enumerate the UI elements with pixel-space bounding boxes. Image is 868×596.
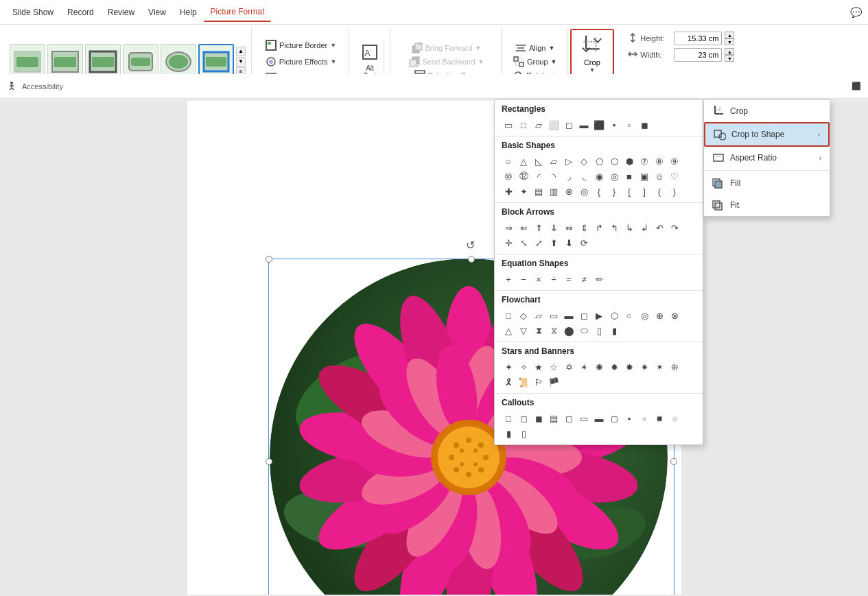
shape-callout5[interactable]: ◻	[562, 412, 576, 425]
shape-pentagon[interactable]: ⬠	[592, 154, 606, 168]
shape-star4b[interactable]: ✧	[517, 360, 530, 374]
shape-arrow-r2[interactable]: ⬆	[547, 236, 561, 250]
shape-heart[interactable]: ♡	[668, 169, 681, 183]
shape-multiply[interactable]: ×	[532, 272, 546, 286]
shape-rect-3[interactable]: ▱	[532, 118, 546, 132]
align-btn[interactable]: Align ▼	[511, 41, 559, 55]
shape-arrow-ccw[interactable]: ↷	[668, 221, 681, 235]
shape-plus[interactable]: +	[502, 272, 515, 286]
shape-callout1[interactable]: □	[502, 412, 515, 425]
shape-arrow-l[interactable]: ⇐	[517, 221, 530, 235]
shape-fc-9[interactable]: ○	[622, 309, 636, 322]
shape-fc-8[interactable]: ⬡	[607, 309, 621, 322]
shape-diamond[interactable]: ◇	[577, 154, 591, 168]
shape-ring[interactable]: ◉	[592, 169, 606, 183]
shape-banner4[interactable]: 🏴	[547, 375, 561, 389]
shape-frame[interactable]: ▣	[637, 169, 651, 183]
shape-fc-15[interactable]: ⧗	[532, 324, 546, 337]
shape-callout13[interactable]: ▮	[502, 427, 515, 440]
handle-top-middle[interactable]	[468, 256, 475, 263]
shape-rect-9[interactable]: ▫	[622, 118, 636, 132]
aspect-ratio-option[interactable]: Aspect Ratio ›	[704, 147, 830, 169]
shape-bar[interactable]: ▤	[532, 184, 546, 198]
shape-fc-12[interactable]: ⊗	[668, 309, 681, 322]
shape-triangle2[interactable]: ▷	[562, 154, 576, 168]
shape-arrow-ur[interactable]: ↱	[592, 221, 606, 235]
shape-fc-6[interactable]: ◻	[577, 309, 591, 322]
shape-star4a[interactable]: ✦	[502, 360, 515, 374]
expand-icon[interactable]: ⬛	[852, 82, 861, 91]
menu-picture-format[interactable]: Picture Format	[204, 3, 272, 22]
shape-arrow-diag2[interactable]: ⤢	[532, 236, 546, 250]
shape-rect-4[interactable]: ⬜	[547, 118, 561, 132]
shape-arrow-ud[interactable]: ⇕	[577, 221, 591, 235]
shape-rect-1[interactable]: ▭	[502, 118, 515, 132]
shape-fc-20[interactable]: ▮	[607, 324, 621, 337]
shape-star16[interactable]: ✸	[622, 360, 636, 374]
handle-middle-right[interactable]	[670, 458, 677, 465]
shape-callout12[interactable]: ◽	[668, 412, 681, 425]
height-down[interactable]: ▼	[725, 38, 734, 45]
shape-arrow-u[interactable]: ⇑	[532, 221, 546, 235]
height-input[interactable]	[674, 32, 722, 45]
height-up[interactable]: ▲	[725, 32, 734, 38]
shape-fc-18[interactable]: ⬭	[577, 324, 591, 337]
scroll-down[interactable]: ▼	[236, 57, 246, 67]
shape-star8[interactable]: ✴	[577, 360, 591, 374]
shape-star24[interactable]: ✷	[637, 360, 651, 374]
shape-fc-1[interactable]: □	[502, 309, 515, 322]
shape-no[interactable]: ⊗	[562, 184, 576, 198]
shape-bar2[interactable]: ▥	[547, 184, 561, 198]
shape-equals[interactable]: =	[562, 272, 576, 286]
shape-fc-4[interactable]: ▭	[547, 309, 561, 322]
shape-callout9[interactable]: ▪	[622, 412, 636, 425]
shape-num8[interactable]: ⑧	[653, 154, 666, 168]
send-backward-btn[interactable]: Send Backward ▼	[405, 55, 489, 69]
shape-parallelogram[interactable]: ▱	[547, 154, 561, 168]
width-up[interactable]: ▲	[725, 48, 734, 55]
shape-num9[interactable]: ⑨	[668, 154, 681, 168]
shape-arrow-ul[interactable]: ↰	[607, 221, 621, 235]
shape-callout10[interactable]: ▫	[637, 412, 651, 425]
shape-callout6[interactable]: ▭	[577, 412, 591, 425]
width-input[interactable]	[674, 48, 722, 62]
shape-num7[interactable]: ⑦	[637, 154, 651, 168]
shape-callout4[interactable]: ▤	[547, 412, 561, 425]
shape-rect-6[interactable]: ▬	[577, 118, 591, 132]
handle-middle-left[interactable]	[266, 458, 272, 465]
shape-rect-8[interactable]: ▪	[607, 118, 621, 132]
crop-to-shape-option[interactable]: Crop to Shape ›	[704, 122, 830, 147]
shape-fc-11[interactable]: ⊕	[653, 309, 666, 322]
shape-arrow-4[interactable]: ✛	[502, 236, 515, 250]
menu-review[interactable]: Review	[101, 3, 141, 21]
shape-arrow-r[interactable]: ⇒	[502, 221, 515, 235]
shape-target[interactable]: ◎	[577, 184, 591, 198]
shape-minus[interactable]: −	[517, 272, 530, 286]
shape-arc4[interactable]: ◟	[577, 169, 591, 183]
shape-rect-7[interactable]: ⬛	[592, 118, 606, 132]
menu-help[interactable]: Help	[173, 3, 204, 21]
shape-callout2[interactable]: ◻	[517, 412, 530, 425]
fit-option[interactable]: Fit	[704, 194, 830, 216]
comment-button[interactable]: 💬	[843, 0, 868, 25]
shape-arrow-bend[interactable]: ⟳	[577, 236, 591, 250]
shape-fc-19[interactable]: ▯	[592, 324, 606, 337]
shape-bracket2[interactable]: ]	[637, 184, 651, 198]
shape-cross[interactable]: ✚	[502, 184, 515, 198]
crop-option[interactable]: Crop	[704, 100, 830, 122]
shape-burst[interactable]: ❊	[668, 360, 681, 374]
shape-callout8[interactable]: ◻	[607, 412, 621, 425]
shape-arrow-br[interactable]: ↳	[622, 221, 636, 235]
shape-banner3[interactable]: 🏳	[532, 375, 546, 389]
shape-brace[interactable]: {	[592, 184, 606, 198]
shape-brace2[interactable]: }	[607, 184, 621, 198]
shape-arrow-cw[interactable]: ↶	[653, 221, 666, 235]
shape-circle[interactable]: ○	[502, 154, 515, 168]
shape-callout7[interactable]: ▬	[592, 412, 606, 425]
shape-arc3[interactable]: ◞	[562, 169, 576, 183]
shape-bracket[interactable]: [	[622, 184, 636, 198]
group-btn[interactable]: Group ▼	[509, 55, 561, 69]
shape-callout3[interactable]: ◼	[532, 412, 546, 425]
shape-fc-3[interactable]: ▱	[532, 309, 546, 322]
shape-num10[interactable]: ⑩	[502, 169, 515, 183]
